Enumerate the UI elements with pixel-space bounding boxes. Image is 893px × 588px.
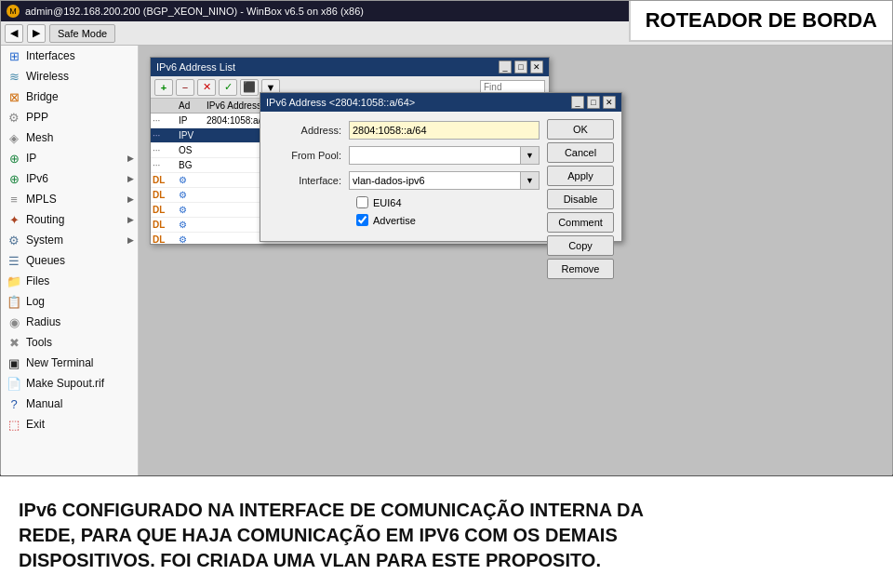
back-button[interactable]: ◀	[5, 24, 23, 43]
remove-address-btn[interactable]: −	[176, 79, 194, 96]
dialog-maximize-btn[interactable]: □	[587, 96, 600, 109]
from-pool-form-row: From Pool: ▼	[270, 146, 540, 165]
routing-icon: ✦	[7, 212, 21, 227]
ip-icon: ⊕	[7, 151, 21, 166]
sidebar-item-bridge[interactable]: ⊠ Bridge	[1, 87, 138, 107]
disable-button[interactable]: Disable	[547, 189, 614, 209]
from-pool-wrapper: ▼	[349, 146, 540, 165]
dialog-minimize-btn[interactable]: _	[571, 96, 584, 109]
sidebar-item-ip[interactable]: ⊕ IP ▶	[1, 148, 138, 168]
sidebar-item-routing[interactable]: ✦ Routing ▶	[1, 209, 138, 230]
files-icon: 📁	[7, 274, 21, 288]
row2-col2: IPV	[179, 130, 207, 140]
mpls-icon: ≡	[7, 192, 21, 207]
tools-icon: ✖	[7, 335, 21, 350]
ipv6-arrow: ▶	[127, 174, 134, 183]
bottom-line2: REDE, PARA QUE HAJA COMUNICAÇÃO EM IPV6 …	[19, 523, 874, 548]
sidebar-item-system[interactable]: ⚙ System ▶	[1, 230, 138, 250]
from-pool-dropdown-btn[interactable]: ▼	[521, 146, 540, 165]
ipv6-icon: ⊕	[7, 171, 21, 186]
dialog-titlebar-btns: _ □ ✕	[571, 96, 616, 109]
sidebar-item-interfaces[interactable]: ⊞ Interfaces	[1, 46, 138, 66]
newterminal-icon: ▣	[7, 355, 21, 370]
sidebar-label-bridge: Bridge	[26, 90, 59, 103]
forward-button[interactable]: ▶	[27, 24, 46, 43]
address-input[interactable]	[349, 121, 540, 140]
header-overlay: ROTEADOR DE BORDA	[629, 1, 892, 42]
sidebar-item-queues[interactable]: ☰ Queues	[1, 250, 138, 271]
apply-button[interactable]: Apply	[547, 166, 614, 186]
row5-col1: DL	[153, 175, 179, 185]
clear-address-btn[interactable]: ✕	[197, 79, 216, 96]
sidebar-item-log[interactable]: 📋 Log	[1, 291, 138, 312]
add-address-btn[interactable]: +	[154, 79, 173, 96]
winbox-container: M admin@192.168.200.200 (BGP_XEON_NINO) …	[0, 0, 893, 474]
col-header-1	[153, 100, 179, 111]
ipv6-list-minimize-btn[interactable]: _	[499, 60, 512, 74]
sidebar-label-newterminal: New Terminal	[26, 356, 93, 369]
comment-button[interactable]: Comment	[547, 212, 614, 233]
row2-col1: ···	[153, 130, 179, 140]
sidebar-label-routing: Routing	[26, 213, 64, 226]
sidebar-item-files[interactable]: 📁 Files	[1, 271, 138, 291]
bottom-line1: IPv6 CONFIGURADO NA INTERFACE DE COMUNIC…	[19, 498, 874, 523]
queues-icon: ☰	[7, 253, 21, 268]
sidebar-item-mesh[interactable]: ◈ Mesh	[1, 127, 138, 148]
eui64-checkbox[interactable]	[356, 196, 368, 208]
copy-button[interactable]: Copy	[547, 235, 614, 256]
from-pool-input[interactable]	[349, 146, 521, 165]
main-area: ⊞ Interfaces ≋ Wireless ⊠ Bridge ⚙ PPP ◈…	[1, 46, 892, 475]
row5-col2: ⚙	[179, 175, 207, 185]
sidebar-item-mpls[interactable]: ≡ MPLS ▶	[1, 189, 138, 209]
sidebar-label-wireless: Wireless	[26, 70, 69, 83]
bottom-text-area: IPv6 CONFIGURADO NA INTERFACE DE COMUNIC…	[0, 474, 893, 588]
row7-col2: ⚙	[179, 205, 207, 215]
manual-icon: ?	[7, 396, 21, 411]
advertise-row: Advertise	[270, 214, 540, 226]
sidebar-item-exit[interactable]: ⬚ Exit	[1, 414, 138, 434]
row8-col2: ⚙	[179, 220, 207, 230]
interface-input[interactable]	[349, 171, 521, 190]
row1-col2: IP	[179, 115, 207, 126]
interface-wrapper: ▼	[349, 171, 540, 190]
sidebar-item-newterminal[interactable]: ▣ New Terminal	[1, 353, 138, 373]
safe-mode-button[interactable]: Safe Mode	[49, 24, 115, 43]
sidebar-label-ppp: PPP	[26, 111, 48, 124]
remove-button[interactable]: Remove	[547, 259, 614, 279]
sidebar-item-manual[interactable]: ? Manual	[1, 394, 138, 414]
row3-col2: OS	[179, 145, 207, 155]
row4-col2: BG	[179, 160, 207, 170]
address-form-row: Address:	[270, 121, 540, 140]
sidebar-item-ppp[interactable]: ⚙ PPP	[1, 107, 138, 127]
sidebar-item-wireless[interactable]: ≋ Wireless	[1, 66, 138, 87]
check-address-btn[interactable]: ✓	[219, 79, 237, 96]
header-text: ROTEADOR DE BORDA	[646, 8, 877, 32]
bottom-line3: DISPOSITIVOS. FOI CRIADA UMA VLAN PARA E…	[19, 548, 874, 573]
title-bar-text: admin@192.168.200.200 (BGP_XEON_NINO) - …	[25, 6, 364, 17]
sidebar-item-radius[interactable]: ◉ Radius	[1, 312, 138, 332]
filter-btn[interactable]: ⬛	[240, 79, 259, 96]
sidebar-label-manual: Manual	[26, 397, 62, 410]
sidebar-label-log: Log	[26, 295, 45, 308]
ipv6-list-close-btn[interactable]: ✕	[530, 60, 543, 74]
advertise-label: Advertise	[373, 215, 416, 226]
advertise-checkbox[interactable]	[356, 214, 368, 226]
row8-col1: DL	[153, 220, 179, 230]
sidebar-item-tools[interactable]: ✖ Tools	[1, 332, 138, 353]
ipv6-list-maximize-btn[interactable]: □	[514, 60, 527, 74]
ok-button[interactable]: OK	[547, 119, 614, 140]
dialog-close-btn[interactable]: ✕	[603, 96, 616, 109]
interface-dropdown-btn[interactable]: ▼	[521, 171, 540, 190]
sidebar-label-radius: Radius	[26, 315, 60, 328]
row6-col1: DL	[153, 190, 179, 200]
sidebar-label-tools: Tools	[26, 336, 52, 349]
interfaces-icon: ⊞	[7, 48, 21, 63]
ipv6-list-titlebar: IPv6 Address List _ □ ✕	[151, 58, 549, 76]
sidebar-label-ip: IP	[26, 152, 36, 165]
sidebar-label-files: Files	[26, 274, 49, 287]
bridge-icon: ⊠	[7, 89, 21, 104]
dialog-action-buttons: OK Cancel Apply Disable Comment Copy Rem…	[547, 119, 614, 279]
sidebar-item-makesupout[interactable]: 📄 Make Supout.rif	[1, 373, 138, 394]
cancel-button[interactable]: Cancel	[547, 142, 614, 163]
sidebar-item-ipv6[interactable]: ⊕ IPv6 ▶	[1, 168, 138, 189]
